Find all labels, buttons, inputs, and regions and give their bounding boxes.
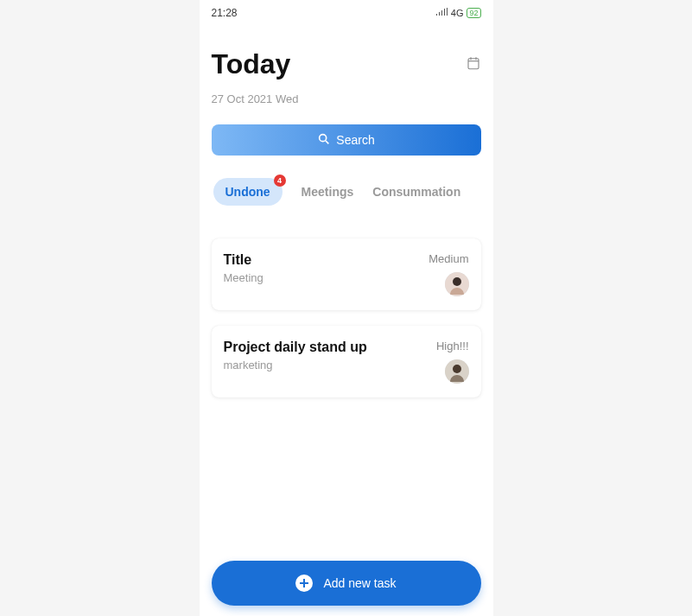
status-right: 4G 92	[435, 7, 481, 19]
page-title: Today	[212, 48, 291, 80]
status-bar: 21:28 4G 92	[200, 0, 493, 22]
tab-consummation[interactable]: Consummation	[372, 185, 460, 199]
task-card-left: Title Meeting	[224, 252, 263, 284]
header-row: Today	[212, 48, 481, 80]
task-card-right: Medium	[429, 252, 468, 296]
task-priority: Medium	[429, 252, 468, 265]
search-label: Search	[336, 133, 374, 147]
svg-rect-0	[468, 58, 479, 68]
undone-badge: 4	[274, 175, 286, 187]
avatar	[445, 359, 469, 384]
task-priority: High!!!	[436, 340, 469, 352]
task-title: Title	[224, 252, 263, 268]
signal-icon	[435, 7, 448, 19]
search-icon	[317, 132, 331, 149]
search-button[interactable]: Search	[212, 124, 481, 156]
calendar-icon[interactable]	[466, 55, 481, 74]
tabs-row: Undone 4 Meetings Consummation	[212, 178, 481, 206]
battery-icon: 92	[467, 8, 480, 18]
network-label: 4G	[451, 8, 464, 18]
task-card-right: High!!!	[436, 340, 469, 384]
tab-meetings[interactable]: Meetings	[302, 185, 354, 199]
task-card[interactable]: Title Meeting Medium	[212, 238, 481, 310]
task-subtitle: Meeting	[224, 271, 263, 284]
task-card[interactable]: Project daily stand up marketing High!!!	[212, 326, 481, 397]
task-title: Project daily stand up	[224, 340, 367, 355]
add-task-button[interactable]: Add new task	[212, 561, 481, 606]
plus-icon	[295, 575, 313, 592]
phone-frame: 21:28 4G 92 Today 27 Oct 2021 Wed	[200, 0, 493, 616]
task-card-left: Project daily stand up marketing	[224, 340, 367, 372]
svg-point-4	[320, 134, 327, 141]
avatar	[445, 272, 469, 296]
add-task-label: Add new task	[323, 576, 396, 590]
date-label: 27 Oct 2021 Wed	[212, 92, 481, 105]
svg-point-7	[453, 277, 461, 286]
svg-line-5	[326, 141, 328, 143]
content-area: Today 27 Oct 2021 Wed Search	[200, 22, 493, 397]
svg-point-9	[453, 365, 461, 373]
status-time: 21:28	[212, 7, 238, 19]
tab-undone[interactable]: Undone 4	[213, 178, 283, 206]
task-subtitle: marketing	[224, 359, 367, 372]
